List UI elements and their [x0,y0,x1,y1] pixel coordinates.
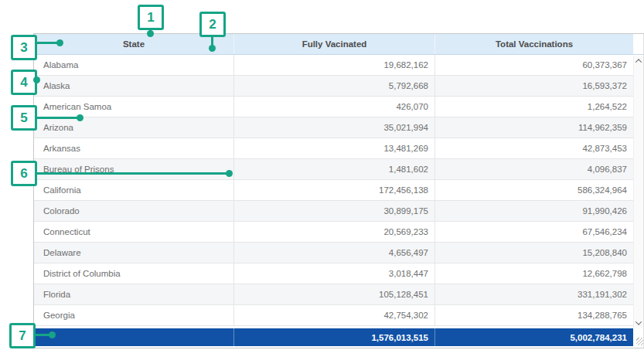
fully-vaccinated-cell: 426,070 [233,97,434,117]
table-row[interactable]: Arizona 35,021,994 114,962,359 [34,117,633,138]
page: State Fully Vacinated Total Vaccinations… [0,0,644,350]
callout-3-number: 3 [20,40,27,56]
total-vaccinations-cell: 586,324,964 [434,180,633,200]
state-cell: Alabama [34,55,233,75]
callout-5-dot [77,114,83,121]
callout-3-line [36,42,59,44]
fully-vaccinated-cell: 105,128,451 [233,284,434,304]
total-vaccinations-cell: 42,873,453 [434,138,633,158]
callout-6-line [36,172,227,175]
total-vaccinations-cell: 15,208,840 [434,243,633,263]
table-row[interactable]: Delaware 4,656,497 15,208,840 [34,243,633,263]
table-body: Alabama 19,682,162 60,373,367 Alaska 5,7… [34,55,633,326]
table-widget: State Fully Vacinated Total Vaccinations… [33,33,644,348]
table-row[interactable]: Colorado 30,899,175 91,990,426 [34,201,633,222]
scroll-down-button[interactable] [634,318,644,328]
total-vaccinations-cell: 16,593,372 [434,76,633,96]
table-row[interactable]: Georgia 42,754,302 134,288,765 [34,305,633,326]
callout-1-dot [147,30,154,37]
callout-2-badge: 2 [199,12,226,37]
table-row[interactable]: California 172,456,138 586,324,964 [34,180,633,201]
total-state-cell [34,328,233,346]
callout-5-number: 5 [20,110,27,126]
callout-6-number: 6 [20,166,27,182]
scroll-up-button[interactable] [634,56,644,66]
total-vaccinations-cell: 12,662,798 [434,263,633,284]
callout-5-line [36,117,78,119]
total-vaccinations-cell: 91,990,426 [434,201,633,221]
callout-7-dot [49,331,56,338]
fully-vaccinated-cell: 3,018,447 [233,263,434,284]
total-fully-vaccinated-cell: 1,576,013,515 [233,328,434,346]
fully-vaccinated-cell: 35,021,994 [233,117,434,138]
state-cell: District of Columbia [34,263,233,284]
column-header-total-vaccinations[interactable]: Total Vaccinations [434,34,633,54]
state-cell: Georgia [34,305,233,325]
fully-vaccinated-cell: 20,569,233 [233,222,434,242]
total-vaccinations-cell: 114,962,359 [434,117,633,138]
fully-vaccinated-cell: 42,754,302 [233,305,434,325]
state-cell: Colorado [34,201,233,221]
callout-7-number: 7 [19,328,26,344]
table-row[interactable]: District of Columbia 3,018,447 12,662,79… [34,263,633,284]
state-cell: Bureau of Prisons [34,159,233,179]
state-cell: Arkansas [34,138,233,158]
chevron-up-icon [635,59,642,65]
table-row[interactable]: Florida 105,128,451 331,191,302 [34,284,633,305]
chevron-down-icon [635,318,642,325]
fully-vaccinated-cell: 1,481,602 [233,159,434,179]
vertical-scrollbar[interactable] [633,56,643,328]
table-header-row: State Fully Vacinated Total Vaccinations [34,34,643,55]
state-cell: American Samoa [34,97,233,117]
table-total-row: 1,576,013,515 5,002,784,231 [34,328,643,346]
callout-1-number: 1 [147,10,154,25]
callout-2-number: 2 [209,17,216,32]
callout-4-number: 4 [20,75,27,90]
column-header-fully-vaccinated[interactable]: Fully Vacinated [233,34,434,54]
callout-3-badge: 3 [11,35,37,60]
fully-vaccinated-cell: 4,656,497 [233,243,434,263]
fully-vaccinated-cell: 172,456,138 [233,180,434,200]
callout-6-dot [226,170,233,177]
table-row[interactable]: Alabama 19,682,162 60,373,367 [34,55,633,76]
resize-grip-icon[interactable] [636,338,643,345]
callout-4-dot [33,76,40,83]
callout-6-badge: 6 [11,161,37,186]
state-cell: Arizona [34,117,233,138]
total-total-vaccinations-cell: 5,002,784,231 [434,328,633,346]
table-row[interactable]: Bureau of Prisons 1,481,602 4,096,837 [34,159,633,180]
state-cell: Florida [34,284,233,304]
total-vaccinations-cell: 134,288,765 [434,305,633,325]
state-cell: California [34,180,233,200]
callout-3-dot [56,39,63,46]
callout-2-dot [209,45,216,52]
callout-1-badge: 1 [138,5,164,30]
total-vaccinations-cell: 1,264,522 [434,97,633,117]
table-row[interactable]: Alaska 5,792,668 16,593,372 [34,76,633,97]
callout-7-badge: 7 [9,323,36,348]
fully-vaccinated-cell: 19,682,162 [233,55,434,75]
state-cell: Alaska [34,76,233,96]
total-vaccinations-cell: 67,546,234 [434,222,633,242]
callout-4-badge: 4 [11,70,37,95]
table-row[interactable]: American Samoa 426,070 1,264,522 [34,97,633,117]
fully-vaccinated-cell: 5,792,668 [233,76,434,96]
state-cell: Delaware [34,243,233,263]
fully-vaccinated-cell: 13,481,269 [233,138,434,158]
header-scroll-corner [633,34,643,54]
table-row[interactable]: Connecticut 20,569,233 67,546,234 [34,222,633,243]
fully-vaccinated-cell: 30,899,175 [233,201,434,221]
total-vaccinations-cell: 4,096,837 [434,159,633,179]
state-cell: Connecticut [34,222,233,242]
total-vaccinations-cell: 60,373,367 [434,55,633,75]
callout-5-badge: 5 [11,105,37,131]
total-vaccinations-cell: 331,191,302 [434,284,633,304]
table-row[interactable]: Arkansas 13,481,269 42,873,453 [34,138,633,159]
